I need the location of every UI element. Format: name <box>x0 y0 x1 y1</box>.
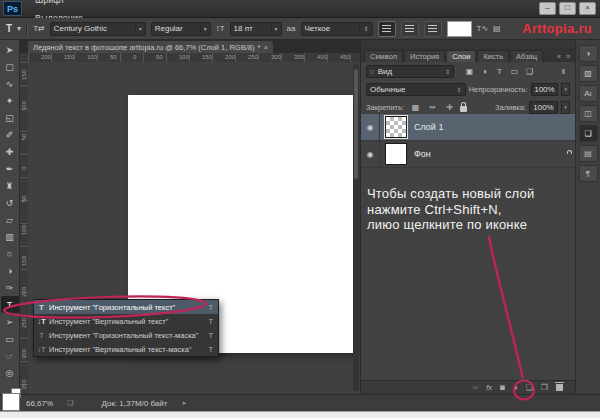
opacity-value[interactable]: 100% <box>531 83 559 96</box>
quick-selection-tool[interactable]: ✦ <box>1 92 19 109</box>
fill-value[interactable]: 100% <box>529 101 558 114</box>
foreground-color-swatch[interactable] <box>2 393 20 411</box>
hand-tool[interactable]: ☞ <box>1 347 19 364</box>
pen-tool[interactable]: ✑ <box>1 279 19 296</box>
zoom-tool[interactable]: ◎ <box>1 364 19 381</box>
align-right-button[interactable] <box>424 21 442 37</box>
filter-type-layers-icon[interactable]: T <box>493 67 506 76</box>
updown-arrows-icon[interactable]: ⇕ <box>359 25 368 32</box>
layer-row[interactable]: ◉Слой 1 <box>361 114 575 141</box>
dock-channels-icon[interactable]: ▤ <box>579 145 598 162</box>
updown-arrows-icon[interactable]: ⇕ <box>457 86 462 93</box>
eraser-tool[interactable]: ▱ <box>1 211 19 228</box>
fill-caret-icon[interactable]: ▾ <box>561 101 570 114</box>
dock-character-styles-icon[interactable]: Aı <box>579 85 598 102</box>
collapse-panels-icon[interactable]: « <box>557 53 561 60</box>
text-color-swatch[interactable] <box>447 21 472 37</box>
filter-pixel-layers-icon[interactable]: ▣ <box>463 67 476 76</box>
lock-transparency-icon[interactable]: ▦ <box>409 103 422 112</box>
visibility-eye-icon[interactable]: ◉ <box>361 141 380 167</box>
lock-position-icon[interactable]: ✛ <box>443 103 456 112</box>
panel-tab[interactable]: Абзац <box>510 50 543 62</box>
anti-alias-select[interactable]: Четкое ⇕ <box>301 22 373 36</box>
lasso-tool[interactable]: ∿ <box>1 75 19 92</box>
marquee-tool[interactable]: ▢ <box>1 58 19 75</box>
flyout-item-label: Инструмент "Горизонтальный текст-маска" <box>49 331 208 340</box>
crop-tool[interactable]: ◱ <box>1 109 19 126</box>
opacity-caret-icon[interactable]: ▾ <box>561 83 570 96</box>
maximize-button[interactable]: □ <box>559 2 576 15</box>
panel-menu-icon[interactable]: ≡ <box>566 53 570 60</box>
flyout-item[interactable]: ↓TИнструмент "Вертикальный текст"T <box>34 314 218 328</box>
zoom-level-value[interactable]: 66,67% <box>26 399 53 408</box>
visibility-eye-icon[interactable]: ◉ <box>361 114 380 140</box>
font-style-select[interactable]: Regular ▾ <box>151 22 211 36</box>
document-tab[interactable]: Ледяной текст в фотошопе arttopia.ru @ 6… <box>28 41 273 53</box>
updown-arrows-icon[interactable]: ⇕ <box>445 68 450 75</box>
layer-filtering-toggle[interactable]: ‖ <box>557 67 570 76</box>
close-button[interactable]: × <box>579 2 596 15</box>
preset-caret-icon[interactable]: ▾ <box>17 24 21 33</box>
toggle-panels-icon[interactable]: ▤ <box>493 24 501 33</box>
layer-filter-select[interactable]: ▽ Вид ⇕ <box>366 65 454 78</box>
chevron-down-icon[interactable]: ▾ <box>135 25 142 32</box>
status-bar: 66,67% ❏ Док: 1,37М/0 байт ► <box>0 394 600 411</box>
align-center-button[interactable] <box>401 21 419 37</box>
blend-mode-value: Обычные <box>370 85 405 94</box>
dock-layers-icon[interactable]: ❏ <box>579 125 598 142</box>
layer-mask-icon[interactable]: ◙ <box>500 384 505 392</box>
move-tool[interactable]: ➤ <box>1 41 19 58</box>
filter-shape-layers-icon[interactable]: ▭ <box>508 67 521 76</box>
flyout-item[interactable]: TИнструмент "Горизонтальный текст"T <box>34 300 218 314</box>
eyedropper-tool[interactable]: ✐ <box>1 126 19 143</box>
layer-thumbnail[interactable] <box>385 143 407 165</box>
shape-tool[interactable]: ▭ <box>1 330 19 347</box>
scrollbar-thumb[interactable] <box>354 69 358 179</box>
font-family-select[interactable]: Century Gothic ▾ <box>50 22 146 36</box>
clone-stamp-tool[interactable]: ♜ <box>1 177 19 194</box>
dodge-tool[interactable]: ◑ <box>1 262 19 279</box>
blur-tool[interactable]: ○ <box>1 245 19 262</box>
text-orientation-icon[interactable]: T⇄ <box>33 24 45 33</box>
dock-paths-icon[interactable]: ¶ <box>579 165 598 182</box>
filter-adjustment-layers-icon[interactable]: ◑ <box>478 67 491 76</box>
dock-masks-icon[interactable]: ▨ <box>579 65 598 82</box>
blend-mode-select[interactable]: Обычные ⇕ <box>366 83 466 96</box>
link-layers-icon[interactable]: ∞ <box>472 384 478 392</box>
chevron-down-icon[interactable]: ▾ <box>271 25 278 32</box>
menu-item[interactable]: Шрифт <box>29 0 110 9</box>
minimize-button[interactable]: – <box>539 2 556 15</box>
type-tool[interactable]: T <box>1 296 19 313</box>
flyout-item[interactable]: ↓TИнструмент "Вертикальный текст-маска"T <box>34 342 218 356</box>
lock-all-icon[interactable] <box>460 106 467 112</box>
layer-row[interactable]: ◉Фон <box>361 141 575 168</box>
flyout-item[interactable]: TИнструмент "Горизонтальный текст-маска"… <box>34 328 218 342</box>
dock-adjustments-icon[interactable]: ◑ <box>579 45 598 62</box>
history-brush-tool[interactable]: ↺ <box>1 194 19 211</box>
layer-effects-icon[interactable]: fx <box>486 384 492 392</box>
layer-thumbnail[interactable] <box>385 116 407 138</box>
panel-tab[interactable]: Слои <box>446 50 476 62</box>
filter-smart-objects-icon[interactable]: ❏ <box>523 67 536 76</box>
panel-tab[interactable]: История <box>404 50 445 62</box>
panel-tab[interactable]: Символ <box>364 50 403 62</box>
new-layer-icon[interactable]: ❐ <box>541 384 548 392</box>
tab-close-icon[interactable]: × <box>263 43 268 52</box>
new-group-icon[interactable]: ❏ <box>526 384 533 392</box>
chevron-down-icon[interactable]: ▾ <box>200 25 207 32</box>
warp-text-icon[interactable]: T∿ <box>477 24 489 33</box>
status-expand-icon[interactable]: ► <box>181 400 187 406</box>
brush-tool[interactable]: ✒ <box>1 160 19 177</box>
vertical-scrollbar[interactable] <box>353 64 359 391</box>
healing-brush-tool[interactable]: ✚ <box>1 143 19 160</box>
gradient-tool[interactable]: ▥ <box>1 228 19 245</box>
adjustment-layer-icon[interactable]: ◑ <box>513 384 518 392</box>
lock-pixels-icon[interactable]: ✑ <box>426 103 439 112</box>
panel-tab[interactable]: Кисть <box>477 50 509 62</box>
path-selection-tool[interactable]: ➢ <box>1 313 19 330</box>
align-left-button[interactable] <box>378 21 396 37</box>
delete-layer-icon[interactable] <box>556 384 563 391</box>
type-tool-preset-icon[interactable]: T <box>6 23 12 34</box>
font-size-select[interactable]: 18 пт ▾ <box>230 22 282 36</box>
dock-clone-source-icon[interactable]: ◫ <box>579 105 598 122</box>
